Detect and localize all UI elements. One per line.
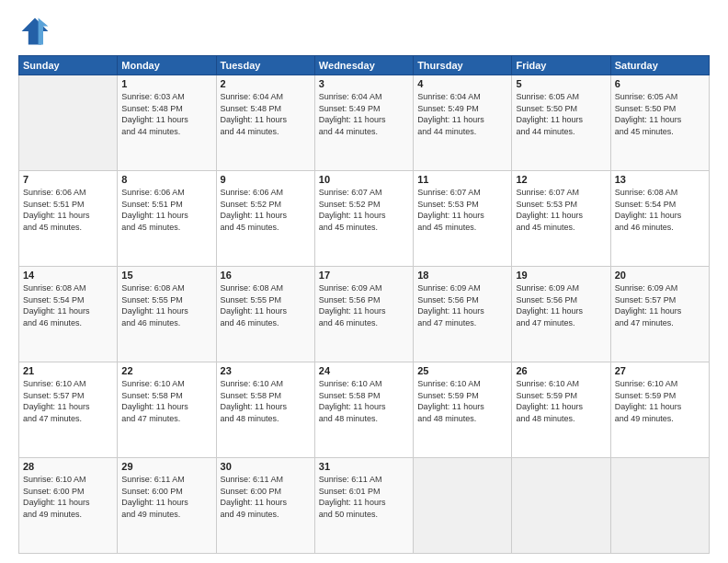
day-number: 2 — [221, 78, 311, 89]
calendar-table: SundayMondayTuesdayWednesdayThursdayFrid… — [18, 55, 710, 554]
weekday-header: Thursday — [414, 56, 512, 75]
day-number: 8 — [121, 174, 211, 185]
calendar-cell: 6Sunrise: 6:05 AM Sunset: 5:50 PM Daylig… — [610, 75, 709, 171]
day-number: 13 — [615, 174, 705, 185]
day-info: Sunrise: 6:10 AM Sunset: 5:59 PM Dayligh… — [417, 378, 507, 424]
calendar-cell: 1Sunrise: 6:03 AM Sunset: 5:48 PM Daylig… — [118, 75, 216, 171]
calendar-week-row: 7Sunrise: 6:06 AM Sunset: 5:51 PM Daylig… — [19, 171, 710, 267]
calendar-cell: 18Sunrise: 6:09 AM Sunset: 5:56 PM Dayli… — [414, 267, 512, 362]
calendar-cell: 12Sunrise: 6:07 AM Sunset: 5:53 PM Dayli… — [512, 171, 610, 267]
calendar-cell: 17Sunrise: 6:09 AM Sunset: 5:56 PM Dayli… — [314, 267, 413, 362]
calendar-cell: 4Sunrise: 6:04 AM Sunset: 5:49 PM Daylig… — [414, 75, 512, 171]
calendar-cell: 7Sunrise: 6:06 AM Sunset: 5:51 PM Daylig… — [19, 171, 118, 267]
calendar-cell: 9Sunrise: 6:06 AM Sunset: 5:52 PM Daylig… — [216, 171, 314, 267]
day-number: 14 — [23, 270, 113, 281]
day-number: 7 — [23, 174, 113, 185]
day-number: 22 — [121, 365, 211, 376]
calendar-cell: 10Sunrise: 6:07 AM Sunset: 5:52 PM Dayli… — [314, 171, 413, 267]
day-info: Sunrise: 6:06 AM Sunset: 5:52 PM Dayligh… — [221, 187, 311, 233]
calendar-cell: 31Sunrise: 6:11 AM Sunset: 6:01 PM Dayli… — [314, 458, 413, 554]
calendar-cell — [512, 458, 610, 554]
day-number: 11 — [417, 174, 507, 185]
day-number: 1 — [121, 78, 211, 89]
calendar-cell: 29Sunrise: 6:11 AM Sunset: 6:00 PM Dayli… — [118, 458, 216, 554]
calendar-cell: 21Sunrise: 6:10 AM Sunset: 5:57 PM Dayli… — [19, 362, 118, 458]
calendar-cell: 24Sunrise: 6:10 AM Sunset: 5:58 PM Dayli… — [314, 362, 413, 458]
day-info: Sunrise: 6:03 AM Sunset: 5:48 PM Dayligh… — [121, 91, 211, 137]
day-number: 9 — [221, 174, 311, 185]
svg-marker-0 — [22, 18, 49, 45]
page: SundayMondayTuesdayWednesdayThursdayFrid… — [0, 0, 728, 563]
day-info: Sunrise: 6:09 AM Sunset: 5:57 PM Dayligh… — [615, 282, 705, 328]
day-number: 5 — [516, 78, 606, 89]
calendar-week-row: 1Sunrise: 6:03 AM Sunset: 5:48 PM Daylig… — [19, 75, 710, 171]
day-number: 23 — [221, 365, 311, 376]
calendar-cell: 23Sunrise: 6:10 AM Sunset: 5:58 PM Dayli… — [216, 362, 314, 458]
day-number: 6 — [615, 78, 705, 89]
calendar-cell: 26Sunrise: 6:10 AM Sunset: 5:59 PM Dayli… — [512, 362, 610, 458]
day-info: Sunrise: 6:05 AM Sunset: 5:50 PM Dayligh… — [516, 91, 606, 137]
day-info: Sunrise: 6:04 AM Sunset: 5:48 PM Dayligh… — [221, 91, 311, 137]
weekday-header: Tuesday — [216, 56, 314, 75]
day-info: Sunrise: 6:10 AM Sunset: 6:00 PM Dayligh… — [23, 474, 113, 520]
calendar-cell — [414, 458, 512, 554]
day-info: Sunrise: 6:08 AM Sunset: 5:54 PM Dayligh… — [23, 282, 113, 328]
day-number: 15 — [121, 270, 211, 281]
calendar-cell: 20Sunrise: 6:09 AM Sunset: 5:57 PM Dayli… — [610, 267, 709, 362]
weekday-header: Wednesday — [314, 56, 413, 75]
day-info: Sunrise: 6:10 AM Sunset: 5:58 PM Dayligh… — [221, 378, 311, 424]
day-info: Sunrise: 6:04 AM Sunset: 5:49 PM Dayligh… — [417, 91, 507, 137]
calendar-week-row: 14Sunrise: 6:08 AM Sunset: 5:54 PM Dayli… — [19, 267, 710, 362]
calendar-cell — [610, 458, 709, 554]
calendar-cell: 16Sunrise: 6:08 AM Sunset: 5:55 PM Dayli… — [216, 267, 314, 362]
calendar-cell: 30Sunrise: 6:11 AM Sunset: 6:00 PM Dayli… — [216, 458, 314, 554]
calendar-week-row: 28Sunrise: 6:10 AM Sunset: 6:00 PM Dayli… — [19, 458, 710, 554]
day-info: Sunrise: 6:08 AM Sunset: 5:54 PM Dayligh… — [615, 187, 705, 233]
day-number: 26 — [516, 365, 606, 376]
day-info: Sunrise: 6:07 AM Sunset: 5:53 PM Dayligh… — [516, 187, 606, 233]
day-info: Sunrise: 6:09 AM Sunset: 5:56 PM Dayligh… — [319, 282, 409, 328]
day-number: 16 — [221, 270, 311, 281]
day-number: 4 — [417, 78, 507, 89]
weekday-header: Sunday — [19, 56, 118, 75]
calendar-cell: 15Sunrise: 6:08 AM Sunset: 5:55 PM Dayli… — [118, 267, 216, 362]
day-info: Sunrise: 6:07 AM Sunset: 5:53 PM Dayligh… — [417, 187, 507, 233]
calendar-cell: 8Sunrise: 6:06 AM Sunset: 5:51 PM Daylig… — [118, 171, 216, 267]
logo-icon — [18, 15, 51, 48]
calendar-cell: 27Sunrise: 6:10 AM Sunset: 5:59 PM Dayli… — [610, 362, 709, 458]
calendar-cell: 2Sunrise: 6:04 AM Sunset: 5:48 PM Daylig… — [216, 75, 314, 171]
calendar-cell: 25Sunrise: 6:10 AM Sunset: 5:59 PM Dayli… — [414, 362, 512, 458]
day-info: Sunrise: 6:07 AM Sunset: 5:52 PM Dayligh… — [319, 187, 409, 233]
day-number: 12 — [516, 174, 606, 185]
day-info: Sunrise: 6:08 AM Sunset: 5:55 PM Dayligh… — [221, 282, 311, 328]
weekday-header: Monday — [118, 56, 216, 75]
weekday-header: Saturday — [610, 56, 709, 75]
day-number: 25 — [417, 365, 507, 376]
day-number: 30 — [221, 461, 311, 472]
day-info: Sunrise: 6:10 AM Sunset: 5:59 PM Dayligh… — [615, 378, 705, 424]
calendar-body: 1Sunrise: 6:03 AM Sunset: 5:48 PM Daylig… — [19, 75, 710, 554]
day-number: 10 — [319, 174, 409, 185]
day-number: 21 — [23, 365, 113, 376]
calendar-cell: 14Sunrise: 6:08 AM Sunset: 5:54 PM Dayli… — [19, 267, 118, 362]
calendar-cell: 28Sunrise: 6:10 AM Sunset: 6:00 PM Dayli… — [19, 458, 118, 554]
day-info: Sunrise: 6:04 AM Sunset: 5:49 PM Dayligh… — [319, 91, 409, 137]
logo — [18, 15, 57, 48]
day-number: 18 — [417, 270, 507, 281]
day-number: 19 — [516, 270, 606, 281]
calendar-cell: 22Sunrise: 6:10 AM Sunset: 5:58 PM Dayli… — [118, 362, 216, 458]
day-number: 20 — [615, 270, 705, 281]
day-info: Sunrise: 6:09 AM Sunset: 5:56 PM Dayligh… — [417, 282, 507, 328]
day-number: 24 — [319, 365, 409, 376]
calendar-cell — [19, 75, 118, 171]
day-info: Sunrise: 6:09 AM Sunset: 5:56 PM Dayligh… — [516, 282, 606, 328]
day-number: 31 — [319, 461, 409, 472]
day-number: 28 — [23, 461, 113, 472]
day-info: Sunrise: 6:08 AM Sunset: 5:55 PM Dayligh… — [121, 282, 211, 328]
day-info: Sunrise: 6:05 AM Sunset: 5:50 PM Dayligh… — [615, 91, 705, 137]
calendar-week-row: 21Sunrise: 6:10 AM Sunset: 5:57 PM Dayli… — [19, 362, 710, 458]
weekday-header: Friday — [512, 56, 610, 75]
day-info: Sunrise: 6:06 AM Sunset: 5:51 PM Dayligh… — [121, 187, 211, 233]
day-info: Sunrise: 6:11 AM Sunset: 6:00 PM Dayligh… — [121, 474, 211, 520]
calendar-cell: 5Sunrise: 6:05 AM Sunset: 5:50 PM Daylig… — [512, 75, 610, 171]
